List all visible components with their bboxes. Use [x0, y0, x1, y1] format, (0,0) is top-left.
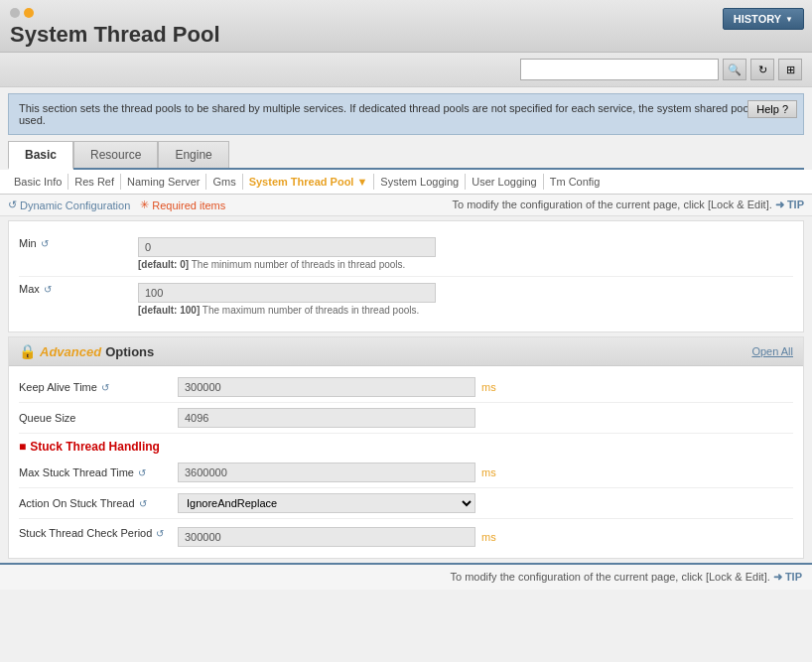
nav-gms[interactable]: Gms	[206, 174, 242, 190]
max-stuck-time-input: 3600000	[178, 463, 475, 482]
config-bar: ↺ Dynamic Configuration ✳ Required items…	[0, 195, 812, 216]
nav-basic-info[interactable]: Basic Info	[8, 174, 68, 190]
history-label: HISTORY	[734, 13, 781, 25]
field-min-label: Min ↺	[19, 237, 138, 249]
tip-icon: ➜ TIP	[775, 199, 804, 210]
page-title: System Thread Pool	[10, 22, 802, 48]
stuck-check-unit: ms	[481, 531, 496, 543]
info-text: This section sets the thread pools to be…	[19, 102, 785, 126]
bottom-bar: To modify the configuration of the curre…	[0, 563, 812, 590]
keep-alive-unit: ms	[481, 381, 496, 393]
search-bar: 🔍 ↻ ⊞	[0, 53, 812, 87]
tab-basic[interactable]: Basic	[8, 141, 73, 170]
nav-naming-server[interactable]: Naming Server	[121, 174, 206, 190]
field-min-value: 0 [default: 0] The minimum number of thr…	[138, 237, 793, 270]
refresh-button[interactable]: ↻	[750, 59, 774, 80]
header-dots	[10, 8, 802, 18]
min-hint: [default: 0] The minimum number of threa…	[138, 259, 793, 270]
stuck-icon: ■	[19, 440, 26, 454]
stuck-check-label: Stuck Thread Check Period ↺	[19, 524, 178, 539]
bottom-tip-text: To modify the configuration of the curre…	[451, 571, 770, 583]
nav-arrow-icon: ▼	[356, 176, 367, 188]
keep-alive-input: 300000	[178, 377, 475, 397]
open-all-link[interactable]: Open All	[751, 345, 793, 357]
bottom-tip-label: ➜ TIP	[773, 571, 802, 583]
required-items: ✳ Required items	[140, 199, 225, 211]
advanced-section: 🔒 Advanced Options Open All Keep Alive T…	[8, 336, 804, 559]
max-stuck-time-label: Max Stuck Thread Time ↺	[19, 466, 178, 478]
action-stuck-select[interactable]: IgnoreAndReplace Ignore Halt	[178, 493, 475, 513]
field-max-label: Max ↺	[19, 283, 138, 295]
export-icon: ⊞	[786, 64, 795, 76]
export-button[interactable]: ⊞	[778, 59, 802, 80]
history-button[interactable]: HISTORY ▼	[723, 8, 804, 30]
lock-icon: 🔒	[19, 343, 36, 359]
info-banner: This section sets the thread pools to be…	[8, 93, 804, 135]
max-stuck-time-value: 3600000 ms	[178, 463, 793, 482]
adv-keep-alive-value: 300000 ms	[178, 377, 793, 397]
nav-user-logging[interactable]: User Logging	[466, 174, 543, 190]
max-hint: [default: 100] The maximum number of thr…	[138, 305, 793, 316]
adv-keep-alive-label: Keep Alive Time ↺	[19, 381, 178, 393]
dynamic-config: ↺ Dynamic Configuration	[8, 199, 130, 211]
stuck-check-input: 300000	[178, 527, 475, 547]
adv-field-keep-alive: Keep Alive Time ↺ 300000 ms	[19, 372, 793, 403]
required-icon: ✳	[140, 199, 149, 211]
config-right: To modify the configuration of the curre…	[453, 199, 804, 211]
tab-engine[interactable]: Engine	[158, 141, 228, 168]
min-refresh-icon[interactable]: ↺	[41, 238, 49, 249]
adv-queue-size-value: 4096	[178, 408, 793, 428]
field-max: Max ↺ 100 [default: 100] The maximum num…	[19, 277, 793, 322]
dynamic-config-label: Dynamic Configuration	[20, 199, 130, 211]
nav-system-logging[interactable]: System Logging	[374, 174, 466, 190]
field-min: Min ↺ 0 [default: 0] The minimum number …	[19, 231, 793, 277]
tab-resource[interactable]: Resource	[73, 141, 158, 168]
adv-queue-size-label: Queue Size	[19, 412, 178, 424]
action-stuck-label: Action On Stuck Thread ↺	[19, 497, 178, 509]
header: System Thread Pool HISTORY ▼	[0, 0, 812, 53]
stuck-check-value: 300000 ms	[178, 524, 793, 547]
nav-res-ref[interactable]: Res Ref	[68, 174, 121, 190]
dot-2	[24, 8, 34, 18]
main-content: Min ↺ 0 [default: 0] The minimum number …	[8, 220, 804, 332]
options-text: Options	[105, 344, 154, 359]
advanced-header: 🔒 Advanced Options Open All	[9, 337, 803, 366]
max-stuck-refresh-icon[interactable]: ↺	[138, 467, 146, 478]
keep-alive-refresh-icon[interactable]: ↺	[101, 382, 109, 393]
required-items-label: Required items	[152, 199, 225, 211]
advanced-text: Advanced	[40, 344, 101, 359]
max-stuck-time-unit: ms	[481, 466, 496, 478]
adv-field-max-stuck-time: Max Stuck Thread Time ↺ 3600000 ms	[19, 458, 793, 488]
adv-field-stuck-check-period: Stuck Thread Check Period ↺ 300000 ms	[19, 519, 793, 552]
adv-field-action-stuck: Action On Stuck Thread ↺ IgnoreAndReplac…	[19, 488, 793, 519]
adv-field-queue-size: Queue Size 4096	[19, 403, 793, 434]
nav-system-thread-pool[interactable]: System Thread Pool ▼	[243, 174, 375, 190]
config-left: ↺ Dynamic Configuration ✳ Required items	[8, 199, 225, 211]
stuck-thread-header: ■ Stuck Thread Handling	[19, 434, 793, 458]
queue-size-input: 4096	[178, 408, 475, 428]
config-tip-text: To modify the configuration of the curre…	[453, 199, 772, 210]
search-icon: 🔍	[728, 64, 742, 76]
max-input: 100	[138, 283, 436, 303]
tabs: Basic Resource Engine	[8, 141, 804, 170]
help-button[interactable]: Help ?	[747, 100, 797, 118]
field-max-value: 100 [default: 100] The maximum number of…	[138, 283, 793, 316]
action-stuck-refresh-icon[interactable]: ↺	[139, 498, 147, 509]
advanced-title: 🔒 Advanced Options	[19, 343, 154, 359]
help-label: Help ?	[756, 103, 788, 115]
refresh-icon: ↻	[758, 64, 767, 76]
action-stuck-value: IgnoreAndReplace Ignore Halt	[178, 493, 793, 513]
search-input[interactable]	[520, 59, 719, 80]
dot-1	[10, 8, 20, 18]
max-refresh-icon[interactable]: ↺	[44, 284, 52, 295]
search-button[interactable]: 🔍	[723, 59, 746, 80]
min-input: 0	[138, 237, 436, 257]
stuck-check-refresh-icon[interactable]: ↺	[156, 528, 164, 539]
dynamic-config-icon: ↺	[8, 199, 17, 211]
tabs-container: Basic Resource Engine	[0, 141, 812, 170]
nav-links: Basic Info Res Ref Naming Server Gms Sys…	[0, 170, 812, 195]
stuck-title: Stuck Thread Handling	[30, 440, 160, 454]
nav-tm-config[interactable]: Tm Config	[544, 174, 607, 190]
history-arrow-icon: ▼	[785, 15, 793, 24]
advanced-content: Keep Alive Time ↺ 300000 ms Queue Size 4…	[9, 366, 803, 558]
